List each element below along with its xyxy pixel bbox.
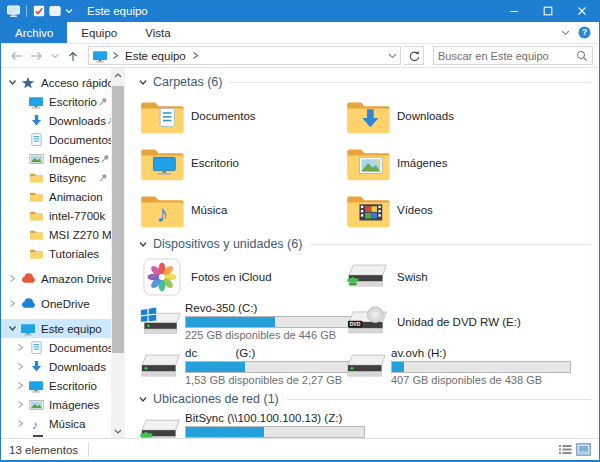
scrollbar-track[interactable] — [111, 82, 125, 424]
tab-vista[interactable]: Vista — [131, 22, 184, 43]
tile-escritorio[interactable]: Escritorio — [138, 139, 344, 186]
statusbar: 13 elementos — [1, 438, 599, 460]
breadcrumb-chevron-icon[interactable] — [111, 51, 120, 60]
document-icon — [28, 133, 44, 146]
desktop-icon — [28, 95, 44, 109]
search-box[interactable] — [433, 46, 593, 65]
tile-av-ovh-h[interactable]: av.ovh (H:) 407 GB disponibles de 438 GB — [344, 344, 591, 389]
address-dropdown-chevron-icon[interactable] — [388, 52, 397, 59]
section-header-carpetas[interactable]: Carpetas (6) — [138, 74, 591, 90]
drive-name: av.ovh (H:) — [391, 347, 571, 360]
tab-equipo[interactable]: Equipo — [67, 22, 131, 43]
tile-unidad-dvd-rw-e[interactable]: DVD Unidad de DVD RW (E:) — [344, 299, 591, 344]
sidebar-item-documentos-pinned[interactable]: Documentos — [1, 130, 111, 149]
tile-bitsync-z[interactable]: BitSync (\\100.100.100.13) (Z:) 515 GB d… — [138, 409, 344, 438]
folder-icon — [28, 228, 44, 241]
downloads-icon — [28, 114, 44, 127]
scroll-up-icon[interactable] — [111, 68, 125, 82]
refresh-icon[interactable] — [404, 46, 424, 65]
section-header-ubicaciones[interactable]: Ubicaciones de red (1) — [138, 391, 591, 407]
search-input[interactable] — [438, 50, 576, 62]
large-icons-view-icon[interactable] — [576, 443, 591, 456]
chevron-down-icon[interactable] — [138, 395, 148, 404]
status-separator — [88, 443, 89, 457]
help-icon[interactable]: ? — [578, 26, 591, 39]
tile-videos[interactable]: Vídeos — [344, 186, 591, 233]
sidebar-item-bitsync[interactable]: Bitsync — [1, 168, 111, 187]
sidebar-item-tutoriales[interactable]: Tutoriales — [1, 244, 111, 263]
forward-icon[interactable] — [28, 47, 46, 65]
section-header-dispositivos[interactable]: Dispositivos y unidades (6) — [138, 236, 591, 252]
chevron-right-icon[interactable] — [14, 343, 26, 352]
scrollbar-thumb[interactable] — [112, 86, 124, 353]
sidebar-item-label: Tutoriales — [49, 248, 99, 260]
tile-musica[interactable]: ♪ Música — [138, 186, 344, 233]
maximize-button[interactable] — [531, 0, 565, 22]
breadcrumb[interactable]: Este equipo — [123, 50, 188, 62]
chevron-right-icon[interactable] — [6, 299, 18, 308]
expand-ribbon-chevron-icon[interactable] — [561, 29, 570, 36]
tile-imagenes[interactable]: Imágenes — [344, 139, 591, 186]
minimize-button[interactable] — [497, 0, 531, 22]
sidebar-item-label: Este equipo — [41, 323, 102, 335]
sidebar-item-intel-7700k[interactable]: intel-7700k — [1, 206, 111, 225]
sidebar-item-amazon-drive[interactable]: Amazon Drive — [1, 269, 111, 288]
back-icon[interactable] — [7, 47, 25, 65]
drive-name: BitSync (\\100.100.100.13) (Z:) — [185, 412, 365, 425]
sidebar-item-label: Música — [49, 418, 85, 430]
scroll-down-icon[interactable] — [111, 424, 125, 438]
sidebar-item-documentos[interactable]: Documentos — [1, 338, 111, 357]
tile-label: Downloads — [397, 110, 454, 122]
recent-locations-chevron-icon[interactable] — [49, 47, 61, 65]
up-icon[interactable] — [64, 47, 82, 65]
sidebar-item-este-equipo[interactable]: Este equipo — [1, 319, 111, 338]
sidebar-item-downloads[interactable]: Downloads — [1, 357, 111, 376]
tab-archivo[interactable]: Archivo — [1, 22, 67, 43]
file-list-pane: Carpetas (6) Documentos Downloads — [125, 68, 599, 438]
tile-documentos[interactable]: Documentos — [138, 92, 344, 139]
ribbon-tabs: Archivo Equipo Vista ? — [1, 22, 599, 44]
chevron-right-icon[interactable] — [14, 400, 26, 409]
breadcrumb-chevron-icon[interactable] — [191, 51, 200, 60]
sidebar-item-imagenes-pinned[interactable]: Imágenes — [1, 149, 111, 168]
tile-dc-g[interactable]: dc (G:) 1,53 GB disponibles de 2,27 GB — [138, 344, 344, 389]
sidebar-item-animacion[interactable]: Animacion — [1, 187, 111, 206]
chevron-down-icon[interactable] — [138, 240, 148, 249]
sidebar-item-onedrive[interactable]: OneDrive — [1, 294, 111, 313]
address-bar[interactable]: Este equipo — [88, 46, 401, 65]
chevron-right-icon[interactable] — [14, 419, 26, 428]
sidebar-item-msi-z270-m7[interactable]: MSI Z270 M7 — [1, 225, 111, 244]
sidebar-item-downloads-pinned[interactable]: Downloads — [1, 111, 111, 130]
tile-swish[interactable]: Swish — [344, 254, 591, 299]
sidebar-item-escritorio[interactable]: Escritorio — [1, 376, 111, 395]
pictures-icon — [28, 152, 44, 165]
section-title: Carpetas (6) — [153, 75, 222, 89]
sidebar-scrollbar[interactable] — [111, 68, 125, 438]
sidebar-item-musica[interactable]: ♪ Música — [1, 414, 111, 433]
qat-properties-icon[interactable] — [33, 5, 45, 17]
drive-icon — [345, 353, 389, 381]
chevron-right-icon[interactable] — [14, 362, 26, 371]
chevron-down-icon[interactable] — [6, 78, 18, 87]
tile-downloads[interactable]: Downloads — [344, 92, 591, 139]
search-icon[interactable] — [576, 50, 588, 62]
sidebar-item-imagenes[interactable]: Imágenes — [1, 395, 111, 414]
svg-text:♪: ♪ — [156, 201, 168, 227]
tile-label: Vídeos — [397, 204, 433, 216]
drive-info: av.ovh (H:) 407 GB disponibles de 438 GB — [391, 347, 571, 387]
tile-revo-350-c[interactable]: Revo-350 (C:) 225 GB disponibles de 446 … — [138, 299, 344, 344]
details-view-icon[interactable] — [558, 443, 573, 456]
network-drive-icon — [139, 418, 183, 439]
chevron-down-icon[interactable] — [138, 78, 148, 87]
tile-fotos-en-icloud[interactable]: Fotos en iCloud — [138, 254, 344, 299]
sidebar-item-escritorio-pinned[interactable]: Escritorio — [1, 92, 111, 111]
sidebar-item-acceso-rapido[interactable]: Acceso rápido — [1, 73, 111, 92]
close-button[interactable] — [565, 0, 599, 22]
qat-customize-dropdown-icon[interactable] — [65, 8, 73, 14]
sidebar-item-partial[interactable] — [1, 433, 111, 438]
chevron-right-icon[interactable] — [14, 381, 26, 390]
chevron-down-icon[interactable] — [6, 324, 18, 333]
chevron-right-icon[interactable] — [6, 274, 18, 283]
qat-new-folder-icon[interactable] — [49, 5, 61, 17]
folder-videos-icon — [345, 192, 391, 228]
